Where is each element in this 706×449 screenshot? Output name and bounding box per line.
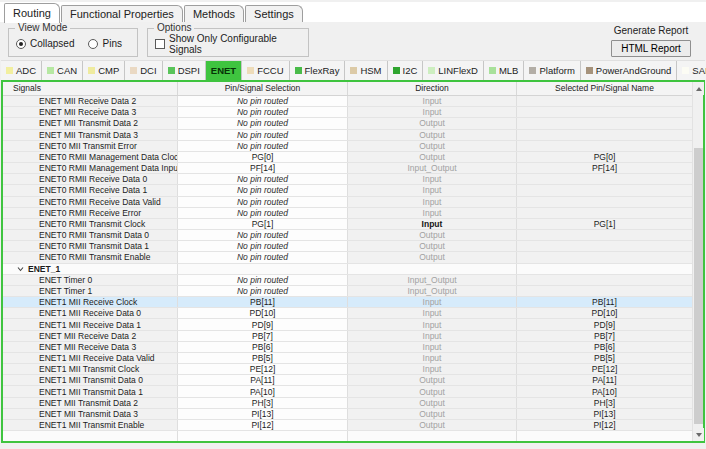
selected-pin-cell <box>517 264 692 274</box>
table-row[interactable]: ENET MII Receive Data 3No pin routedInpu… <box>3 107 692 118</box>
direction-cell: Input <box>348 185 517 195</box>
radio-collapsed[interactable]: Collapsed <box>16 38 74 49</box>
pin-selection-cell[interactable]: PD[9] <box>178 319 348 329</box>
pin-selection-cell[interactable]: No pin routed <box>178 208 348 218</box>
signal-name-cell: ENET MII Receive Data 2 <box>3 331 178 341</box>
table-row[interactable]: ENET0 RMII Transmit Data 0No pin routedO… <box>3 230 692 241</box>
pin-selection-cell[interactable]: No pin routed <box>178 96 348 106</box>
table-row[interactable]: ENET0 RMII Receive Data 1No pin routedIn… <box>3 185 692 196</box>
table-row[interactable]: ENET1 MII Receive ClockPB[11]InputPB[11] <box>3 297 692 308</box>
pin-selection-cell[interactable]: No pin routed <box>178 107 348 117</box>
peripheral-color-icon <box>47 67 54 74</box>
selected-pin-cell <box>517 130 692 140</box>
pin-selection-cell[interactable]: PI[12] <box>178 420 348 430</box>
peripheral-tab-adc[interactable]: ADC <box>1 61 42 80</box>
pin-selection-cell[interactable]: No pin routed <box>178 197 348 207</box>
peripheral-tab-can[interactable]: CAN <box>42 61 83 80</box>
table-row[interactable]: ENET MII Receive Data 3PB[6]InputPB[6] <box>3 342 692 353</box>
scroll-up-button[interactable] <box>693 82 704 95</box>
html-report-button[interactable]: HTML Report <box>611 40 691 57</box>
pin-selection-cell[interactable]: PB[5] <box>178 353 348 363</box>
peripheral-tab-dci[interactable]: DCI <box>125 61 162 80</box>
table-row[interactable]: ENET MII Receive Data 2No pin routedInpu… <box>3 96 692 107</box>
pin-selection-cell[interactable]: No pin routed <box>178 252 348 262</box>
pin-selection-cell[interactable]: PI[13] <box>178 409 348 419</box>
scrollbar-thumb[interactable] <box>694 148 703 424</box>
pin-selection-cell[interactable]: No pin routed <box>178 241 348 251</box>
tab-methods[interactable]: Methods <box>184 5 244 23</box>
vertical-scrollbar[interactable] <box>692 82 703 441</box>
table-row[interactable]: ENET0 RMII Management Data Input/OutpuPF… <box>3 163 692 174</box>
table-row[interactable]: ENET MII Transmit Data 2PH[3]OutputPH[3] <box>3 398 692 409</box>
table-row[interactable]: ENET Timer 0No pin routedInput_Output <box>3 275 692 286</box>
pin-selection-cell[interactable]: PB[6] <box>178 342 348 352</box>
table-row[interactable]: ENET1 MII Transmit Data 1PA[10]OutputPA[… <box>3 386 692 397</box>
table-row[interactable]: ENET1 MII Receive Data 0PD[10]InputPD[10… <box>3 308 692 319</box>
peripheral-tab-hsm[interactable]: HSM <box>345 61 387 80</box>
table-row[interactable]: ENET0 RMII Receive Data 0No pin routedIn… <box>3 174 692 185</box>
table-row[interactable]: ENET0 RMII Receive ErrorNo pin routedInp… <box>3 208 692 219</box>
pin-selection-cell[interactable]: PA[11] <box>178 375 348 385</box>
table-row[interactable]: ENET0 RMII Transmit Data 1No pin routedO… <box>3 241 692 252</box>
pin-selection-cell[interactable]: PB[7] <box>178 331 348 341</box>
peripheral-tab-sai[interactable]: SAI <box>677 61 706 80</box>
table-row[interactable]: ENET1 MII Transmit ClockPE[12]InputPE[12… <box>3 364 692 375</box>
signal-name-cell: ENET1 MII Transmit Clock <box>3 364 178 374</box>
chevron-down-icon[interactable] <box>17 266 24 272</box>
pin-selection-cell[interactable]: PD[10] <box>178 308 348 318</box>
pin-selection-cell[interactable]: No pin routed <box>178 118 348 128</box>
pin-selection-cell[interactable]: No pin routed <box>178 230 348 240</box>
group-row[interactable]: ENET_1 <box>3 264 692 275</box>
signal-name-cell: ENET Timer 0 <box>3 275 178 285</box>
pin-selection-cell[interactable]: No pin routed <box>178 286 348 296</box>
peripheral-tab-fccu[interactable]: FCCU <box>242 61 289 80</box>
signal-name-cell: ENET1 MII Receive Data 0 <box>3 308 178 318</box>
peripheral-tab-i2c[interactable]: I2C <box>388 61 424 80</box>
table-row[interactable]: ENET0 RMII Transmit EnableNo pin routedO… <box>3 252 692 263</box>
peripheral-tab-cmp[interactable]: CMP <box>83 61 125 80</box>
signal-name-cell: ENET_1 <box>3 264 178 274</box>
peripheral-tab-powerandground[interactable]: PowerAndGround <box>581 61 678 80</box>
tab-settings[interactable]: Settings <box>245 5 303 23</box>
pin-selection-cell[interactable]: PG[1] <box>178 219 348 229</box>
table-row[interactable]: ENET1 MII Receive Data ValidPB[5]InputPB… <box>3 353 692 364</box>
table-row[interactable]: ENET1 MII Receive Data 1PD[9]InputPD[9] <box>3 319 692 330</box>
pin-selection-cell[interactable]: PE[12] <box>178 364 348 374</box>
peripheral-tab-dspi[interactable]: DSPI <box>163 61 206 80</box>
scroll-down-button[interactable] <box>693 428 704 441</box>
table-row[interactable]: ENET0 MII Transmit ErrorNo pin routedOut… <box>3 141 692 152</box>
show-only-configurable-checkbox[interactable]: Show Only Configurable Signals <box>155 33 308 55</box>
table-row[interactable]: ENET1 MII Transmit Data 0PA[11]OutputPA[… <box>3 375 692 386</box>
table-row[interactable]: ENET MII Transmit Data 2No pin routedOut… <box>3 118 692 129</box>
pin-selection-cell[interactable]: No pin routed <box>178 130 348 140</box>
table-row[interactable]: ENET MII Transmit Data 3No pin routedOut… <box>3 130 692 141</box>
peripheral-tab-platform[interactable]: Platform <box>524 61 580 80</box>
peripheral-tab-enet[interactable]: ENET <box>206 61 242 80</box>
table-header: Signals Pin/Signal Selection Direction S… <box>3 82 692 96</box>
table-row[interactable]: ENET MII Receive Data 2PB[7]InputPB[7] <box>3 331 692 342</box>
pin-selection-cell[interactable]: No pin routed <box>178 275 348 285</box>
pin-selection-cell[interactable]: PB[11] <box>178 297 348 307</box>
selected-pin-cell: PF[14] <box>517 163 692 173</box>
pin-selection-cell[interactable]: No pin routed <box>178 174 348 184</box>
table-body: ENET MII Receive Data 2No pin routedInpu… <box>3 96 692 441</box>
pin-selection-cell[interactable]: PA[10] <box>178 386 348 396</box>
peripheral-tab-flexray[interactable]: FlexRay <box>290 61 346 80</box>
table-row[interactable]: ENET Timer 1No pin routedInput_Output <box>3 286 692 297</box>
peripheral-tab-mlb[interactable]: MLB <box>484 61 525 80</box>
direction-cell: Input <box>348 319 517 329</box>
table-row[interactable]: ENET0 RMII Management Data ClockPG[0]Out… <box>3 152 692 163</box>
tab-functional-properties[interactable]: Functional Properties <box>61 5 183 23</box>
table-row[interactable]: ENET0 RMII Receive Data ValidNo pin rout… <box>3 197 692 208</box>
pin-selection-cell[interactable]: No pin routed <box>178 141 348 151</box>
pin-selection-cell[interactable]: PF[14] <box>178 163 348 173</box>
table-row[interactable]: ENET MII Transmit Data 3PI[13]OutputPI[1… <box>3 409 692 420</box>
peripheral-tab-linflexd[interactable]: LINFlexD <box>423 61 484 80</box>
pin-selection-cell[interactable]: PH[3] <box>178 398 348 408</box>
pin-selection-cell[interactable]: No pin routed <box>178 185 348 195</box>
tab-routing[interactable]: Routing <box>4 3 60 23</box>
pin-selection-cell[interactable]: PG[0] <box>178 152 348 162</box>
table-row[interactable]: ENET0 RMII Transmit ClockPG[1]InputPG[1] <box>3 219 692 230</box>
table-row[interactable]: ENET1 MII Transmit EnablePI[12]OutputPI[… <box>3 420 692 431</box>
radio-pins[interactable]: Pins <box>88 38 121 49</box>
